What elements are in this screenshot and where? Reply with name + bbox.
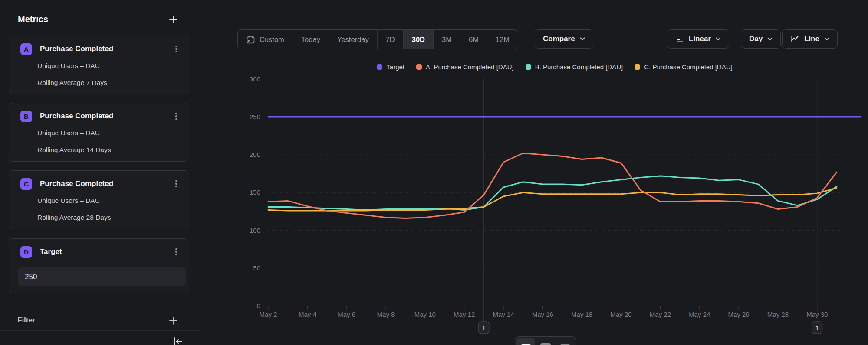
svg-text:May 14: May 14 [493, 311, 514, 318]
svg-text:May 26: May 26 [728, 311, 749, 318]
svg-text:May 2: May 2 [260, 311, 277, 318]
svg-text:May 8: May 8 [377, 311, 395, 318]
table-view-button[interactable] [536, 338, 555, 345]
card-view-button[interactable] [556, 338, 575, 345]
svg-text:May 10: May 10 [414, 311, 436, 318]
svg-text:100: 100 [250, 227, 260, 234]
svg-text:May 20: May 20 [610, 311, 631, 318]
svg-text:May 28: May 28 [767, 311, 789, 318]
svg-text:50: 50 [253, 264, 260, 272]
svg-text:May 12: May 12 [454, 311, 475, 318]
chart-view-button[interactable] [516, 338, 535, 345]
metrics-dashboard: Metrics A Purchase Completed Unique User… [0, 0, 868, 345]
metrics-line-chart[interactable]: 050100150200250300May 2May 4May 6May 8Ma… [0, 0, 868, 345]
svg-text:May 24: May 24 [689, 311, 710, 318]
svg-text:0: 0 [257, 302, 260, 309]
svg-text:150: 150 [250, 189, 260, 196]
svg-text:300: 300 [250, 75, 260, 83]
table-view-icon [540, 343, 551, 345]
svg-text:200: 200 [250, 151, 260, 158]
svg-text:May 22: May 22 [650, 311, 671, 318]
svg-text:May 6: May 6 [338, 311, 355, 318]
svg-text:May 4: May 4 [299, 311, 316, 318]
svg-text:1: 1 [815, 325, 819, 332]
svg-text:250: 250 [250, 113, 260, 120]
svg-text:May 18: May 18 [571, 311, 592, 318]
svg-text:May 16: May 16 [532, 311, 553, 318]
chart-view-toggle [515, 336, 576, 345]
svg-text:1: 1 [482, 325, 486, 332]
